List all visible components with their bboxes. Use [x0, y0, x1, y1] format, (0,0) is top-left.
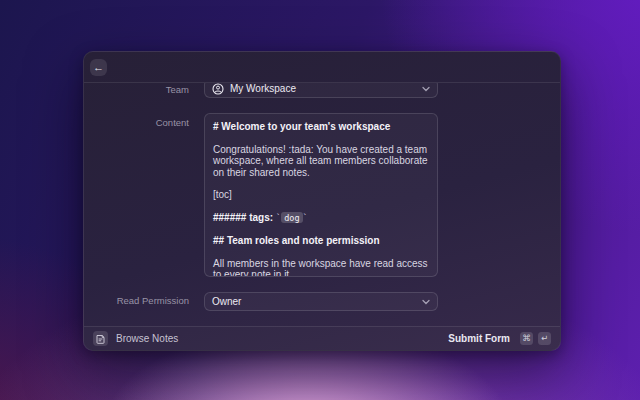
content-text: # Welcome to your team's workspaceCongra… [213, 121, 429, 277]
chevron-down-icon [422, 299, 430, 305]
window-header: ← [84, 52, 560, 83]
read-permission-dropdown-value: Owner [212, 296, 241, 307]
form-window: ← Team My Workspace [83, 51, 561, 351]
content-paragraph: Congratulations! :tada: You have created… [213, 144, 429, 179]
content-textarea[interactable]: # Welcome to your team's workspaceCongra… [204, 113, 438, 277]
team-field-label: Team [84, 85, 189, 95]
command-key-icon: ⌘ [520, 332, 533, 345]
return-key-icon: ↵ [538, 332, 551, 345]
user-circle-icon [212, 83, 224, 95]
read-permission-field-label: Read Permission [84, 296, 189, 306]
back-arrow-icon: ← [93, 62, 104, 73]
browse-notes-button[interactable]: Browse Notes [93, 331, 178, 346]
team-dropdown-value: My Workspace [230, 83, 296, 94]
back-button[interactable]: ← [90, 59, 107, 76]
note-document-icon [93, 331, 108, 346]
content-paragraph: [toc] [213, 189, 429, 201]
action-bar: Browse Notes Submit Form ⌘ ↵ [84, 326, 560, 350]
content-paragraph: ###### tags: `dog` [213, 212, 429, 225]
submit-form-label: Submit Form [448, 333, 510, 344]
content-paragraph: ## Team roles and note permission [213, 235, 429, 247]
team-dropdown[interactable]: My Workspace [204, 83, 438, 98]
browse-notes-label: Browse Notes [116, 333, 178, 344]
read-permission-dropdown[interactable]: Owner [204, 292, 438, 311]
desktop-background: ← Team My Workspace [0, 0, 640, 400]
content-paragraph: # Welcome to your team's workspace [213, 121, 429, 133]
inline-code: dog [281, 212, 302, 223]
content-paragraph: All members in the workspace have read a… [213, 258, 429, 278]
form-area: Team My Workspace Content [84, 83, 560, 326]
content-field-label: Content [84, 118, 189, 128]
submit-form-button[interactable]: Submit Form ⌘ ↵ [448, 332, 551, 345]
chevron-down-icon [422, 86, 430, 92]
